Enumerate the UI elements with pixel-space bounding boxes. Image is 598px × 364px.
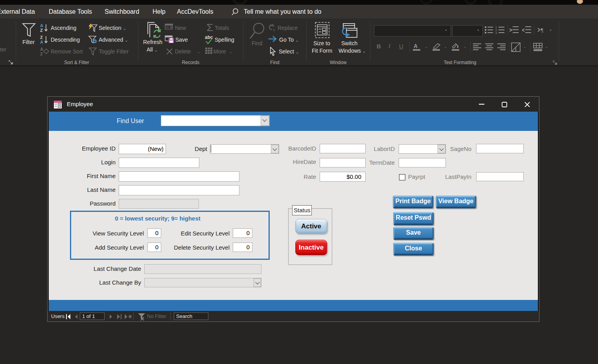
svg-text:Z: Z [40, 28, 43, 33]
svg-text:b: b [272, 24, 274, 28]
svg-text:Z: Z [40, 51, 43, 56]
svg-text:A: A [40, 23, 43, 28]
svg-text:abc: abc [205, 35, 213, 40]
svg-text:1: 1 [495, 26, 497, 29]
svg-text:2: 2 [495, 29, 497, 31]
svg-text:Z: Z [40, 35, 43, 40]
svg-text:3: 3 [495, 31, 497, 34]
svg-text:A: A [414, 43, 418, 49]
svg-text:A: A [40, 40, 43, 44]
svg-text:A: A [40, 47, 43, 51]
svg-text:c: c [273, 28, 275, 32]
svg-text:¶: ¶ [541, 27, 543, 33]
